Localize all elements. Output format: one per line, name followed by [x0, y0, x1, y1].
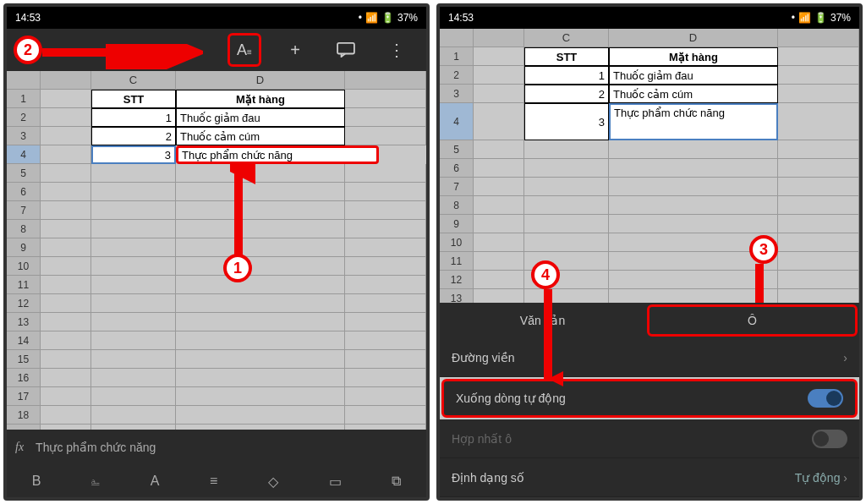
annotation-arrow-2	[42, 44, 203, 69]
col-header-d[interactable]: D	[609, 29, 778, 47]
row-header[interactable]: 19	[7, 425, 41, 430]
row-header[interactable]: 18	[7, 406, 41, 425]
col-header-c[interactable]: C	[91, 71, 176, 89]
format-tabs: Văn bản Ô	[440, 303, 859, 338]
add-button[interactable]: +	[278, 33, 312, 67]
option-wrap-text[interactable]: Xuống dòng tự động	[441, 379, 858, 418]
annotation-arrow-1	[230, 162, 255, 259]
header-stt[interactable]: STT	[91, 90, 176, 108]
row-header[interactable]: 1	[7, 90, 41, 108]
cell-stt[interactable]: 3	[91, 145, 176, 164]
option-number-format[interactable]: Định dạng số Tự động ›	[440, 458, 859, 497]
header-mathang[interactable]: Mặt hàng	[609, 47, 778, 66]
column-headers: C D	[440, 29, 859, 47]
col-header-c[interactable]: C	[524, 29, 609, 47]
row-header[interactable]: 13	[440, 289, 474, 303]
cell-stt[interactable]: 3	[524, 103, 609, 140]
row-header[interactable]: 6	[7, 183, 41, 201]
row-header[interactable]: 10	[440, 233, 474, 252]
fill-icon[interactable]: ◇	[268, 474, 278, 490]
cell-stt[interactable]: 1	[91, 108, 176, 127]
row-header[interactable]: 15	[7, 350, 41, 369]
format-button[interactable]: A≡	[227, 33, 261, 67]
cell-name[interactable]: Thuốc giảm đau	[176, 108, 345, 127]
annotation-marker-2: 2	[14, 36, 42, 64]
align-icon[interactable]: ≡	[210, 474, 217, 489]
column-headers: C D	[7, 71, 426, 90]
header-mathang[interactable]: Mặt hàng	[176, 90, 345, 108]
cell-name[interactable]: Thuốc cảm cúm	[176, 127, 345, 145]
cell-name[interactable]: Thuốc cảm cúm	[609, 85, 778, 103]
status-right: • 📶 🔋 37%	[359, 12, 418, 24]
row-header[interactable]: 4	[440, 103, 474, 140]
border-icon[interactable]: ▭	[329, 474, 342, 490]
formula-bar[interactable]: fx Thực phẩm chức năng	[7, 430, 426, 465]
annotation-arrow-3	[749, 260, 775, 303]
status-time: 14:53	[15, 12, 41, 24]
status-time: 14:53	[448, 12, 474, 24]
annotation-marker-4: 4	[531, 260, 560, 289]
row-header[interactable]: 13	[7, 313, 41, 331]
phone-right: 14:53 • 📶 🔋 37% C D 1STTMặt hàng 21Thuốc…	[436, 3, 863, 501]
row-header[interactable]: 5	[440, 140, 474, 159]
battery-pct: 37%	[830, 12, 851, 24]
row-header[interactable]: 8	[440, 196, 474, 215]
row-header[interactable]: 5	[7, 164, 41, 183]
spreadsheet[interactable]: 1STTMặt hàng 21Thuốc giảm đau 32Thuốc cả…	[440, 47, 859, 303]
row-header[interactable]: 16	[7, 369, 41, 387]
wrap-toggle[interactable]	[808, 389, 843, 408]
battery-pct: 37%	[397, 12, 418, 24]
row-header[interactable]: 8	[7, 220, 41, 238]
row-header[interactable]: 3	[7, 127, 41, 145]
cell-name[interactable]: Thuốc giảm đau	[609, 66, 778, 85]
annotation-arrow-4	[538, 286, 563, 387]
option-merge: Hợp nhất ô	[440, 419, 859, 458]
selected-cell[interactable]: Thực phẩm chức năng	[176, 145, 379, 164]
status-bar: 14:53 • 📶 🔋 37%	[7, 7, 426, 29]
comment-button[interactable]	[329, 33, 363, 67]
phone-left: 14:53 • 📶 🔋 37% A≡ + ⋮ 2 C D 1STTMặt hàn…	[3, 3, 430, 501]
row-header[interactable]: 9	[440, 215, 474, 233]
tab-cell[interactable]: Ô	[647, 304, 858, 337]
fx-value[interactable]: Thực phẩm chức năng	[36, 441, 156, 454]
bottom-toolbar: B ⎁ A ≡ ◇ ▭ ⧉	[7, 465, 426, 497]
annotation-marker-1: 1	[223, 254, 252, 282]
row-header[interactable]: 9	[7, 238, 41, 257]
cell-stt[interactable]: 2	[91, 127, 176, 145]
col-header-d[interactable]: D	[176, 71, 345, 89]
toolbar: A≡ + ⋮ 2	[7, 29, 426, 71]
bold-icon[interactable]: B	[32, 474, 41, 489]
row-header[interactable]: 11	[440, 252, 474, 271]
row-header[interactable]: 12	[7, 294, 41, 313]
fx-label: fx	[15, 441, 24, 454]
chevron-right-icon: ›	[843, 471, 847, 485]
row-header[interactable]: 11	[7, 276, 41, 294]
row-header[interactable]: 7	[440, 178, 474, 196]
row-header[interactable]: 2	[440, 66, 474, 85]
row-header[interactable]: 2	[7, 108, 41, 127]
svg-rect-0	[337, 43, 354, 54]
row-header[interactable]: 10	[7, 257, 41, 276]
merge-toggle	[812, 430, 847, 448]
row-header[interactable]: 17	[7, 387, 41, 406]
row-header[interactable]: 7	[7, 201, 41, 220]
row-header[interactable]: 4	[7, 145, 41, 164]
spreadsheet[interactable]: 1STTMặt hàng 21Thuốc giảm đau 32Thuốc cả…	[7, 90, 426, 430]
font-icon[interactable]: A	[151, 474, 160, 489]
row-header[interactable]: 3	[440, 85, 474, 103]
selected-cell-wrapped[interactable]: Thực phẩm chức năng	[609, 103, 778, 140]
merge-icon[interactable]: ⧉	[392, 474, 401, 489]
row-header[interactable]: 14	[7, 331, 41, 350]
option-border[interactable]: Đường viền ›	[440, 338, 859, 377]
row-header[interactable]: 6	[440, 159, 474, 178]
cell-stt[interactable]: 1	[524, 66, 609, 85]
battery-icon: 🔋	[381, 12, 394, 24]
row-header[interactable]: 1	[440, 47, 474, 66]
more-button[interactable]: ⋮	[380, 33, 414, 67]
row-header[interactable]: 12	[440, 271, 474, 289]
battery-icon: 🔋	[814, 12, 827, 24]
cell-stt[interactable]: 2	[524, 85, 609, 103]
chevron-right-icon: ›	[843, 351, 847, 364]
header-stt[interactable]: STT	[524, 47, 609, 66]
underline-icon[interactable]: ⎁	[91, 474, 100, 489]
